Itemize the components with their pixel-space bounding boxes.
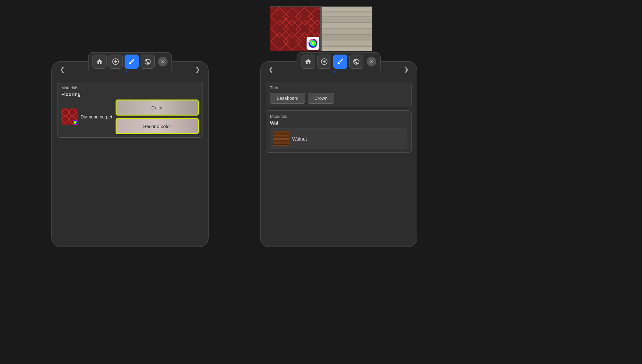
svg-rect-21 <box>322 7 372 11</box>
svg-rect-28 <box>322 28 372 29</box>
walnut-texture-svg <box>273 131 289 146</box>
right-wall-label: Wall <box>270 120 407 126</box>
left-panel: ✕ ❮ Properties ❯ Materials Flooring <box>51 61 209 247</box>
left-panel-content: Materials Flooring <box>52 77 208 145</box>
flooring-item-name: Diamond carpet <box>81 114 112 119</box>
svg-rect-24 <box>322 16 372 17</box>
svg-rect-59 <box>273 142 289 144</box>
walnut-material-item[interactable]: Walnut <box>270 128 407 149</box>
trim-buttons: Baseboard Crown <box>270 93 407 104</box>
svg-rect-27 <box>322 23 372 28</box>
color-picker-icon[interactable] <box>307 37 319 50</box>
svg-rect-23 <box>322 13 372 16</box>
svg-rect-33 <box>322 41 372 45</box>
svg-rect-57 <box>273 138 289 140</box>
right-materials-label: Materials <box>270 114 407 119</box>
wood-thumbnail[interactable] <box>321 6 372 51</box>
wood-texture-svg <box>322 6 372 51</box>
svg-point-19 <box>308 39 317 48</box>
right-close-icon: ✕ <box>369 59 373 64</box>
right-paint-button[interactable] <box>333 55 347 69</box>
svg-rect-48 <box>73 120 77 125</box>
flooring-color-icon <box>73 120 77 125</box>
svg-rect-55 <box>273 134 289 136</box>
left-item-row: Diamond carpet Color Second color <box>61 100 199 134</box>
flooring-item[interactable]: Diamond carpet <box>61 108 112 125</box>
svg-rect-54 <box>273 134 289 134</box>
walnut-thumbnail <box>273 131 289 146</box>
svg-rect-58 <box>273 141 289 141</box>
baseboard-button[interactable]: Baseboard <box>270 93 305 104</box>
right-globe-button[interactable] <box>349 55 363 69</box>
left-nav-prev[interactable]: ❮ <box>57 64 68 74</box>
left-close-icon: ✕ <box>161 59 165 64</box>
right-materials-section: Materials Wall <box>266 110 412 153</box>
trim-section: Trim Baseboard Crown <box>266 82 412 107</box>
right-add-button[interactable] <box>317 55 331 69</box>
svg-rect-32 <box>322 39 372 40</box>
svg-rect-60 <box>273 144 289 145</box>
right-nav-prev[interactable]: ❮ <box>266 64 276 74</box>
flooring-thumbnail <box>61 108 78 125</box>
svg-rect-30 <box>322 34 372 35</box>
left-nav-next[interactable]: ❯ <box>192 64 203 74</box>
second-color-button-label: Second color <box>143 124 171 129</box>
right-panel-toolbar: ✕ <box>297 52 381 71</box>
svg-rect-26 <box>322 22 372 23</box>
walnut-name: Walnut <box>292 136 307 142</box>
svg-rect-22 <box>322 11 372 12</box>
right-home-button[interactable] <box>301 55 315 69</box>
color-button[interactable]: Color <box>116 100 199 116</box>
wood-thumbnail-wrapper[interactable] <box>321 6 372 51</box>
left-materials-label: Materials <box>61 85 199 90</box>
carpet-thumbnail[interactable] <box>270 6 321 51</box>
left-globe-button[interactable] <box>141 55 155 69</box>
left-paint-button[interactable] <box>125 55 139 69</box>
second-color-button[interactable]: Second color <box>116 118 199 134</box>
carpet-thumbnail-wrapper[interactable] <box>270 6 321 51</box>
svg-rect-56 <box>273 137 289 137</box>
right-close-button[interactable]: ✕ <box>367 57 376 66</box>
svg-rect-35 <box>322 47 372 51</box>
crown-button[interactable]: Crown <box>308 93 334 104</box>
svg-rect-34 <box>322 46 372 47</box>
right-panel: ✕ ❮ Properties ❯ Trim Baseboard Crown Ma… <box>260 61 417 247</box>
svg-rect-61 <box>273 145 289 146</box>
svg-rect-25 <box>322 18 372 22</box>
top-thumbnails-container <box>270 6 372 51</box>
right-nav-next[interactable]: ❯ <box>401 64 412 74</box>
left-panel-toolbar: ✕ <box>88 52 172 71</box>
svg-rect-31 <box>322 35 372 39</box>
left-home-button[interactable] <box>92 55 107 69</box>
color-button-label: Color <box>151 105 163 110</box>
right-panel-content: Trim Baseboard Crown Materials Wall <box>261 77 417 157</box>
left-add-button[interactable] <box>108 55 123 69</box>
left-flooring-label: Flooring <box>61 91 199 97</box>
svg-rect-53 <box>273 131 289 133</box>
color-buttons-container: Color Second color <box>116 100 199 134</box>
svg-rect-29 <box>322 30 372 33</box>
left-close-button[interactable]: ✕ <box>158 57 168 66</box>
trim-label: Trim <box>270 85 407 90</box>
left-materials-section: Materials Flooring <box>57 82 203 138</box>
